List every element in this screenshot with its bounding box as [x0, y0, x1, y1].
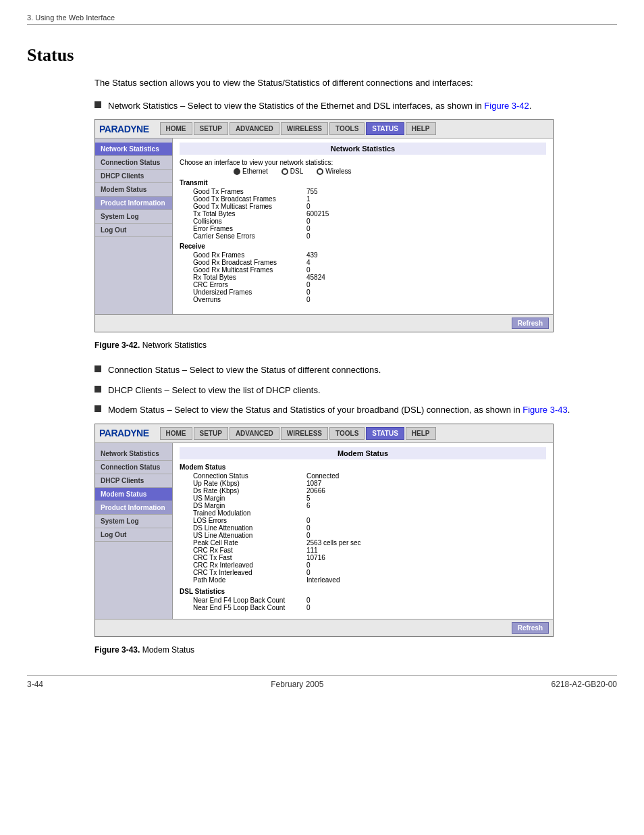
stat-row: Undersized Frames0 — [193, 288, 546, 296]
stat-row: CRC Errors0 — [193, 281, 546, 288]
content-title-1: Network Statistics — [180, 143, 546, 155]
stat-row: CRC Rx Interleaved0 — [193, 561, 546, 569]
stat-row: CRC Tx Interleaved0 — [193, 569, 546, 576]
stat-row: Up Rate (Kbps)1087 — [193, 480, 546, 487]
stat-row: Good Tx Multicast Frames0 — [193, 203, 546, 210]
nav-home-1[interactable]: HOME — [160, 122, 192, 135]
radio-wireless[interactable]: Wireless — [317, 168, 351, 175]
stat-row: Near End F5 Loop Back Count0 — [193, 604, 546, 611]
stat-row: Tx Total Bytes600215 — [193, 210, 546, 218]
modem-stats: Connection StatusConnected Up Rate (Kbps… — [193, 472, 546, 584]
nav-wireless-1[interactable]: WIRELESS — [281, 122, 328, 135]
stat-row: DS Margin6 — [193, 502, 546, 509]
nav-wireless-2[interactable]: WIRELESS — [281, 427, 328, 440]
refresh-button-2[interactable]: Refresh — [512, 622, 549, 634]
footer-center: February 2005 — [271, 680, 323, 689]
figure-42-body: Network Statistics Connection Status DHC… — [95, 138, 553, 314]
stat-row: LOS Errors0 — [193, 517, 546, 524]
stat-row: Ds Rate (Kbps)20666 — [193, 487, 546, 495]
sidebar-network-stats-1[interactable]: Network Statistics — [95, 143, 172, 156]
figure-42-nav: PARADYNE HOME SETUP ADVANCED WIRELESS TO… — [95, 120, 553, 138]
sidebar-dhcp-clients-2[interactable]: DHCP Clients — [95, 474, 172, 488]
stat-row: Near End F4 Loop Back Count0 — [193, 597, 546, 604]
bullet-icon — [95, 405, 101, 412]
sidebar-connection-status-1[interactable]: Connection Status — [95, 156, 172, 170]
dsl-stats: Near End F4 Loop Back Count0 Near End F5… — [193, 597, 546, 611]
nav-home-2[interactable]: HOME — [160, 427, 192, 440]
figure-42-sidebar: Network Statistics Connection Status DHC… — [95, 138, 173, 314]
bullet-text-3: DHCP Clients – Select to view the list o… — [108, 384, 617, 397]
nav-tools-2[interactable]: TOOLS — [329, 427, 365, 440]
figure-42-caption: Figure 3-42. Network Statistics — [95, 340, 617, 350]
transmit-stats: Good Tx Frames755 Good Tx Broadcast Fram… — [193, 188, 546, 240]
sidebar-product-info-2[interactable]: Product Information — [95, 501, 172, 515]
stat-row: Good Tx Frames755 — [193, 188, 546, 195]
figure-42-link[interactable]: Figure 3-42 — [484, 101, 529, 111]
nav-help-2[interactable]: HELP — [406, 427, 436, 440]
nav-setup-2[interactable]: SETUP — [194, 427, 228, 440]
interface-select-1: Choose an interface to view your network… — [180, 159, 546, 175]
figure-43-body: Network Statistics Connection Status DHC… — [95, 443, 553, 619]
nav-help-1[interactable]: HELP — [406, 122, 436, 135]
receive-title: Receive — [180, 243, 546, 250]
sidebar-modem-status-2[interactable]: Modem Status — [95, 488, 172, 501]
figure-43-nav: PARADYNE HOME SETUP ADVANCED WIRELESS TO… — [95, 424, 553, 443]
content-title-2: Modem Status — [180, 447, 546, 459]
stat-row: Peak Cell Rate2563 cells per sec — [193, 539, 546, 547]
stat-row: Rx Total Bytes45824 — [193, 274, 546, 281]
sidebar-product-info-1[interactable]: Product Information — [95, 197, 172, 210]
nav-status-1[interactable]: STATUS — [366, 122, 404, 135]
stat-row: Error Frames0 — [193, 225, 546, 232]
stat-row: DS Line Attenuation0 — [193, 524, 546, 532]
receive-stats: Good Rx Frames439 Good Rx Broadcast Fram… — [193, 251, 546, 303]
bullet-item-4: Modem Status – Select to view the Status… — [95, 403, 617, 417]
stat-row: US Margin5 — [193, 495, 546, 502]
stat-row: Collisions0 — [193, 218, 546, 225]
sidebar-connection-status-2[interactable]: Connection Status — [95, 461, 172, 474]
page-header: 3. Using the Web Interface — [27, 14, 617, 25]
bullet-item-1: Network Statistics – Select to view the … — [95, 99, 617, 113]
footer-left: 3-44 — [27, 680, 43, 689]
stat-row: Good Rx Frames439 — [193, 251, 546, 259]
stat-row: Carrier Sense Errors0 — [193, 232, 546, 240]
figure-43-link[interactable]: Figure 3-43 — [522, 405, 567, 415]
radio-ethernet[interactable]: Ethernet — [234, 168, 268, 175]
sidebar-logout-1[interactable]: Log Out — [95, 224, 172, 237]
nav-logo-1: PARADYNE — [99, 124, 155, 134]
figure-42-footer: Refresh — [95, 314, 553, 332]
nav-advanced-1[interactable]: ADVANCED — [230, 122, 279, 135]
header-text: 3. Using the Web Interface — [27, 14, 115, 22]
modem-status-title: Modem Status — [180, 463, 546, 471]
figure-42-content: Network Statistics Choose an interface t… — [173, 138, 553, 314]
nav-setup-1[interactable]: SETUP — [194, 122, 228, 135]
sidebar-system-log-2[interactable]: System Log — [95, 515, 172, 528]
stat-row: US Line Attenuation0 — [193, 532, 546, 539]
stat-row: Overruns0 — [193, 296, 546, 303]
figure-43-caption: Figure 3-43. Modem Status — [95, 645, 617, 655]
page-title: Status — [27, 45, 617, 66]
bullet-text-4: Modem Status – Select to view the Status… — [108, 403, 617, 417]
radio-wireless-dot — [317, 168, 323, 175]
nav-advanced-2[interactable]: ADVANCED — [230, 427, 279, 440]
sidebar-modem-status-1[interactable]: Modem Status — [95, 183, 172, 197]
bullet-item-3: DHCP Clients – Select to view the list o… — [95, 384, 617, 397]
bullet-icon — [95, 365, 101, 372]
sidebar-logout-2[interactable]: Log Out — [95, 528, 172, 542]
figure-42-router-box: PARADYNE HOME SETUP ADVANCED WIRELESS TO… — [95, 119, 554, 332]
figure-43-footer: Refresh — [95, 619, 553, 636]
dsl-stats-title: DSL Statistics — [180, 588, 546, 595]
radio-dsl[interactable]: DSL — [281, 168, 303, 175]
figure-43-router-box: PARADYNE HOME SETUP ADVANCED WIRELESS TO… — [95, 424, 554, 637]
transmit-title: Transmit — [180, 179, 546, 186]
sidebar-system-log-1[interactable]: System Log — [95, 210, 172, 224]
bullet-icon — [95, 101, 101, 108]
nav-tools-1[interactable]: TOOLS — [329, 122, 365, 135]
stat-row: CRC Tx Fast10716 — [193, 554, 546, 561]
sidebar-network-stats-2[interactable]: Network Statistics — [95, 447, 172, 461]
stat-row: Good Tx Broadcast Frames1 — [193, 195, 546, 203]
stat-row: Good Rx Broadcast Frames4 — [193, 259, 546, 266]
sidebar-dhcp-clients-1[interactable]: DHCP Clients — [95, 170, 172, 183]
refresh-button-1[interactable]: Refresh — [512, 318, 549, 329]
nav-status-2[interactable]: STATUS — [366, 427, 404, 440]
radio-ethernet-dot — [234, 168, 240, 175]
